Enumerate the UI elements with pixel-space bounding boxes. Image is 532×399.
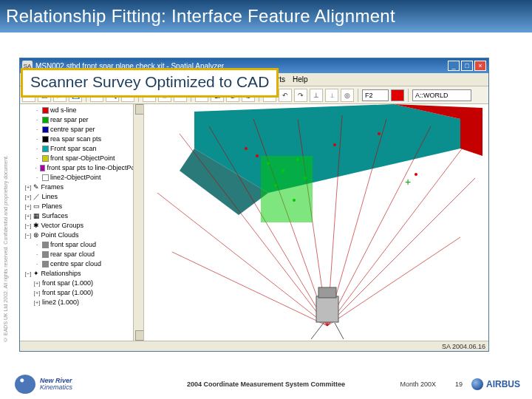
tree-item[interactable]: ·wd s-line — [23, 106, 142, 115]
bullet-icon: · — [33, 173, 41, 183]
collapse-icon[interactable]: [−] — [24, 221, 32, 231]
color-swatch-icon — [42, 251, 49, 258]
viewport-3d[interactable]: + — [144, 104, 488, 341]
bullet-icon: · — [33, 154, 41, 163]
svg-line-29 — [311, 323, 324, 339]
tree-item-label: rear spar cloud — [50, 250, 95, 259]
minimize-button[interactable]: _ — [448, 61, 460, 71]
svg-line-12 — [327, 237, 460, 326]
expand-icon[interactable]: [+] — [33, 288, 41, 298]
tree-item[interactable]: ·line2-ObjectPoint — [23, 173, 142, 183]
tree-item[interactable]: ·centre spar per — [23, 125, 142, 134]
collapse-icon[interactable]: [−] — [24, 231, 32, 240]
tree-item[interactable]: [+]▦ Surfaces — [23, 211, 142, 221]
tree-panel: ·wd s-line·rear spar per·centre spar per… — [20, 104, 144, 341]
tree-item[interactable]: [−]✦ Relationships — [23, 269, 142, 279]
color-swatch-icon — [42, 136, 49, 143]
expand-icon[interactable]: [+] — [24, 192, 32, 202]
footer-center-text: 2004 Coordinate Measurement System Commi… — [187, 381, 345, 388]
svg-point-16 — [267, 162, 270, 165]
tree-item-label: ／ Lines — [33, 192, 58, 202]
svg-point-26 — [378, 132, 381, 135]
tree-item-label: Front spar scan — [50, 144, 97, 154]
tree-item[interactable]: [+]✎ Frames — [23, 183, 142, 192]
tree-item-label: front spar cloud — [50, 240, 96, 250]
tree-item-label: ▦ Surfaces — [33, 211, 68, 221]
toolbar-button-15[interactable]: ↶ — [279, 89, 292, 102]
maximize-button[interactable]: □ — [461, 61, 473, 71]
tree-item[interactable]: ·front spar pts to line-ObjectPoint — [23, 163, 142, 173]
callout-text: Scanner Survey Optimized to CAD — [30, 73, 269, 90]
tree-item[interactable]: [+]／ Lines — [23, 192, 142, 202]
bullet-icon: · — [33, 144, 41, 154]
svg-point-25 — [415, 173, 417, 176]
marker-plus: + — [405, 176, 411, 188]
expand-icon[interactable]: [+] — [24, 211, 32, 221]
svg-point-20 — [293, 199, 296, 202]
copyright-vertical: © EADS UK Ltd 2002. All rights reserved.… — [3, 155, 8, 342]
tree-item-label: ✎ Frames — [33, 183, 64, 192]
bullet-icon: · — [33, 134, 41, 144]
tree-item-label: front spar (1.000) — [42, 288, 93, 298]
tree-item[interactable]: ·rear spar cloud — [23, 250, 142, 259]
toolbar-button-16[interactable]: ↷ — [294, 89, 307, 102]
toolbar-color-swatch[interactable] — [391, 89, 404, 101]
color-swatch-icon — [42, 126, 49, 133]
color-swatch-icon — [42, 117, 49, 123]
tree-item[interactable]: [+]line2 (1.000) — [23, 298, 142, 307]
tree-item[interactable]: [−]⊗ Point Clouds — [23, 231, 142, 240]
toolbar-frame-field[interactable]: A::WORLD — [412, 89, 471, 101]
tree-item-label: rea spar scan pts — [50, 134, 101, 144]
svg-point-18 — [296, 158, 299, 161]
tree-item-label: centre spar cloud — [50, 259, 101, 269]
svg-point-21 — [304, 177, 307, 180]
tree-item-label: front spar pts to line-ObjectPoint — [47, 163, 142, 173]
collapse-icon[interactable]: [−] — [24, 269, 32, 279]
status-bar: SA 2004.06.16 — [20, 341, 488, 351]
toolbar-field-f2[interactable]: F2 — [362, 89, 389, 101]
tree-item-label: rear spar per — [50, 115, 89, 125]
svg-point-17 — [282, 169, 284, 172]
viewport-svg: + — [144, 104, 488, 341]
tree-item[interactable]: ·rea spar scan pts — [23, 134, 142, 144]
svg-rect-27 — [316, 296, 338, 322]
tree-item[interactable]: ·Front spar scan — [23, 144, 142, 154]
bullet-icon: · — [33, 115, 41, 125]
toolbar-button-19[interactable]: ◎ — [341, 89, 354, 102]
toolbar-button-17[interactable]: ⊥ — [310, 89, 323, 102]
color-swatch-icon — [42, 146, 49, 152]
svg-line-30 — [335, 323, 344, 339]
tree-item[interactable]: [−]✱ Vector Groups — [23, 221, 142, 231]
tree-item[interactable]: ·front spar cloud — [23, 240, 142, 250]
close-button[interactable]: × — [474, 61, 486, 71]
tree-item[interactable]: ·front spar-ObjectPoint — [23, 154, 142, 163]
bullet-icon: · — [33, 163, 38, 173]
tree-item-label: line2 (1.000) — [42, 298, 79, 307]
expand-icon[interactable]: [+] — [33, 298, 41, 307]
tree-item[interactable]: [+]front spar (1.000) — [23, 279, 142, 288]
toolbar-button-18[interactable]: ⟂ — [325, 89, 338, 102]
tree-item-label: front spar-ObjectPoint — [50, 154, 115, 163]
color-swatch-icon — [42, 261, 49, 267]
menu-help[interactable]: Help — [293, 75, 308, 83]
tree-scrollbar[interactable] — [133, 104, 143, 341]
tree-item-label: ▭ Planes — [33, 202, 62, 211]
tree-item[interactable]: [+]▭ Planes — [23, 202, 142, 211]
tree-item-label: centre spar per — [50, 125, 95, 134]
expand-icon[interactable]: [+] — [24, 183, 32, 192]
tree-content[interactable]: ·wd s-line·rear spar per·centre spar per… — [20, 104, 143, 309]
svg-line-11 — [327, 178, 475, 326]
bullet-icon: · — [33, 250, 41, 259]
expand-icon[interactable]: [+] — [24, 202, 32, 211]
toolbar-separator — [358, 89, 358, 102]
app-body: ·wd s-line·rear spar per·centre spar per… — [20, 104, 488, 341]
expand-icon[interactable]: [+] — [33, 279, 41, 288]
tree-item[interactable]: [+]front spar (1.000) — [23, 288, 142, 298]
tree-item[interactable]: ·centre spar cloud — [23, 259, 142, 269]
tree-item-label: line2-ObjectPoint — [50, 173, 101, 183]
bullet-icon: · — [33, 259, 41, 269]
tree-item-label: ✱ Vector Groups — [33, 221, 83, 231]
tree-item[interactable]: ·rear spar per — [23, 115, 142, 125]
airbus-logo-icon — [471, 378, 483, 390]
slide-header: Relationship Fitting: Interface Feature … — [0, 0, 532, 33]
